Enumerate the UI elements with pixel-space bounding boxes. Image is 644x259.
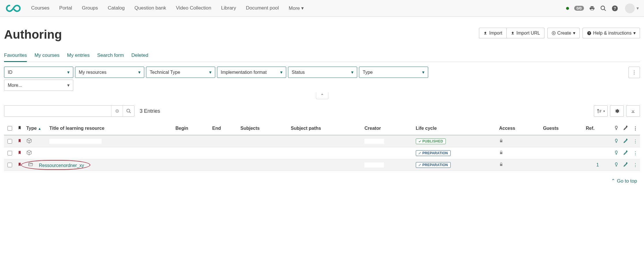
- import-button[interactable]: Import: [479, 28, 506, 38]
- logo[interactable]: [5, 4, 23, 13]
- cube-icon: [26, 151, 32, 156]
- filter-my-resources[interactable]: My resources▾: [75, 67, 144, 78]
- table-row: Ressourcenordner_xy ██████ PREPARATION 1…: [4, 159, 640, 171]
- edit-button[interactable]: [623, 163, 628, 168]
- bookmark-header-icon: [18, 126, 22, 131]
- table-toolbar: 3 Entries ▾: [4, 105, 640, 117]
- filter-technical-type[interactable]: Technical Type▾: [146, 67, 215, 78]
- sessions-badge[interactable]: 0/0: [574, 6, 584, 11]
- svg-text:?: ?: [614, 6, 616, 10]
- filter-id[interactable]: ID▾: [4, 67, 73, 78]
- upload-icon: [483, 31, 487, 35]
- column-edit: [621, 122, 631, 135]
- creator-obscured: ██████: [364, 151, 384, 156]
- column-end[interactable]: End: [210, 122, 238, 135]
- caret-down-icon: ▾: [67, 82, 70, 88]
- info-button[interactable]: [614, 140, 619, 144]
- sort-button[interactable]: ▾: [594, 105, 608, 117]
- nav-item-video-collection[interactable]: Video Collection: [176, 5, 211, 11]
- info-button[interactable]: [614, 151, 619, 156]
- gear-icon: [614, 108, 619, 114]
- lifecycle-badge: PREPARATION: [416, 150, 451, 156]
- bookmark-icon[interactable]: [18, 151, 22, 156]
- bookmark-icon[interactable]: [18, 163, 22, 168]
- nav-item-courses[interactable]: Courses: [31, 5, 49, 11]
- resource-table: Type▲ Title of learning resource Begin E…: [4, 122, 640, 171]
- go-to-top-link[interactable]: ⌃ Go to top: [611, 178, 637, 184]
- page-header: Authoring Import Import URL Create ▾ ? H…: [4, 28, 640, 42]
- search-input[interactable]: [4, 106, 111, 117]
- row-checkbox[interactable]: [8, 163, 12, 167]
- caret-down-icon: ▾: [633, 30, 636, 36]
- import-url-button[interactable]: Import URL: [507, 28, 544, 38]
- row-actions-button[interactable]: ⋮: [633, 163, 638, 168]
- kebab-icon: ⋮: [632, 70, 636, 75]
- infinity-icon: [5, 4, 23, 13]
- nav-item-catalog[interactable]: Catalog: [108, 5, 125, 11]
- select-all-checkbox[interactable]: [8, 126, 12, 131]
- nav-item-library[interactable]: Library: [221, 5, 236, 11]
- download-icon: [630, 108, 636, 114]
- column-access[interactable]: Access: [497, 122, 541, 135]
- creator-obscured: ██████: [364, 139, 384, 144]
- print-icon[interactable]: [589, 5, 595, 11]
- create-button[interactable]: Create ▾: [547, 28, 580, 38]
- column-ref[interactable]: Ref.: [583, 122, 612, 135]
- column-subjects[interactable]: Subjects: [238, 122, 289, 135]
- filter-kebab-button[interactable]: ⋮: [628, 67, 640, 78]
- tab-search-form[interactable]: Search form: [97, 50, 124, 62]
- download-button[interactable]: [626, 105, 640, 117]
- bookmark-icon[interactable]: [18, 139, 22, 144]
- filter-type[interactable]: Type▾: [359, 67, 428, 78]
- user-menu[interactable]: ▾: [623, 3, 639, 13]
- tab-favourites[interactable]: Favourites: [4, 50, 27, 62]
- column-info: [612, 122, 621, 135]
- svg-line-1: [604, 9, 606, 11]
- search-button[interactable]: [123, 106, 134, 117]
- nav-item-groups[interactable]: Groups: [82, 5, 98, 11]
- table-search: [4, 105, 134, 117]
- filter-more[interactable]: More...▾: [4, 80, 73, 91]
- help-instructions-button[interactable]: ? Help & instructions ▾: [583, 28, 640, 38]
- table-row: ████████████████ ██████ PUBLISHED ⋮: [4, 135, 640, 147]
- ref-count: 1: [583, 159, 612, 171]
- column-lifecycle[interactable]: Life cycle: [413, 122, 497, 135]
- column-creator[interactable]: Creator: [362, 122, 413, 135]
- nav-item-question-bank[interactable]: Question bank: [134, 5, 166, 11]
- status-indicator-icon: [566, 7, 569, 10]
- clear-search-button[interactable]: [111, 106, 123, 117]
- sort-icon: [596, 108, 602, 114]
- column-guests[interactable]: Guests: [541, 122, 583, 135]
- lock-icon: [499, 151, 503, 156]
- filter-status[interactable]: Status▾: [288, 67, 357, 78]
- nav-item-portal[interactable]: Portal: [59, 5, 72, 11]
- edit-button[interactable]: [623, 151, 628, 156]
- collapse-filters-button[interactable]: ⌃: [316, 92, 328, 99]
- table-row: ████████████████ ██████ PREPARATION ⋮: [4, 147, 640, 159]
- column-type[interactable]: Type▲: [24, 122, 47, 135]
- caret-down-icon: ▾: [67, 70, 70, 75]
- resource-title-link[interactable]: Ressourcenordner_xy: [39, 163, 84, 168]
- row-checkbox[interactable]: [8, 139, 12, 144]
- go-to-top: ⌃ Go to top: [4, 178, 640, 184]
- tab-deleted[interactable]: Deleted: [131, 50, 148, 62]
- filter-implementation-format[interactable]: Implementation format▾: [217, 67, 286, 78]
- edit-button[interactable]: [623, 139, 628, 144]
- creator-obscured: ██████: [364, 162, 384, 168]
- row-checkbox[interactable]: [8, 151, 12, 155]
- column-begin[interactable]: Begin: [173, 122, 210, 135]
- info-button[interactable]: [614, 163, 619, 168]
- column-title[interactable]: Title of learning resource: [47, 122, 173, 135]
- tab-my-entries[interactable]: My entries: [67, 50, 89, 62]
- column-subject-paths[interactable]: Subject paths: [289, 122, 362, 135]
- row-actions-button[interactable]: ⋮: [633, 139, 638, 144]
- search-icon[interactable]: [600, 5, 606, 12]
- resource-title-obscured: ████████████████: [49, 151, 102, 156]
- help-icon[interactable]: ?: [612, 5, 618, 12]
- nav-item-more[interactable]: More ▾: [289, 5, 304, 11]
- settings-button[interactable]: [610, 105, 624, 117]
- tab-my-courses[interactable]: My courses: [34, 50, 59, 62]
- cube-icon: [26, 140, 32, 144]
- row-actions-button[interactable]: ⋮: [633, 151, 638, 156]
- nav-item-document-pool[interactable]: Document pool: [246, 5, 279, 11]
